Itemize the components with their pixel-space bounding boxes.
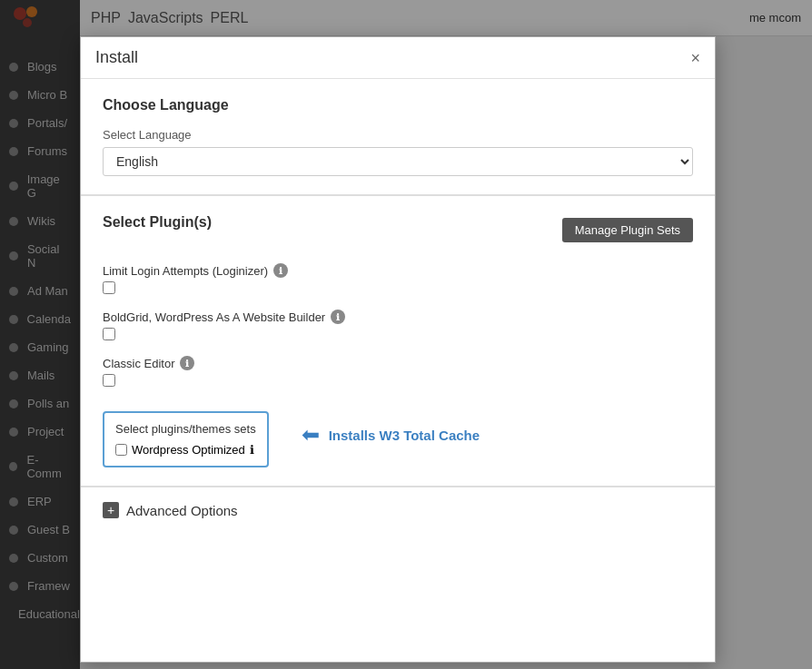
plugin-sets-hint: ⬅ Installs W3 Total Cache	[302, 422, 480, 448]
choose-language-section: Choose Language Select Language English …	[81, 79, 715, 196]
language-field-label: Select Language	[103, 128, 693, 142]
plugin-sets-title: Select plugins/themes sets	[115, 422, 256, 436]
advanced-options-label: Advanced Options	[126, 503, 238, 518]
plugin-classic-editor-checkbox-label[interactable]	[103, 374, 693, 389]
plugin-boldgrid-label-row: BoldGrid, WordPress As A Website Builder…	[103, 310, 693, 324]
wordpress-optimized-text: Wordpress Optimized	[132, 443, 245, 457]
wordpress-optimized-label[interactable]: Wordpress Optimized ℹ	[115, 443, 254, 457]
plugin-classic-editor-info-icon[interactable]: ℹ	[180, 356, 194, 370]
plugin-boldgrid-checkbox-label[interactable]	[103, 328, 693, 343]
language-select[interactable]: English Spanish French German Italian Po…	[103, 147, 693, 176]
advanced-options-plus-icon: +	[103, 502, 119, 518]
plugin-item-loginizer: Limit Login Attempts (Loginizer) ℹ	[103, 263, 693, 297]
plugin-loginizer-name: Limit Login Attempts (Loginizer)	[103, 264, 268, 278]
modal-title: Install	[95, 48, 138, 67]
wordpress-optimized-info-icon[interactable]: ℹ	[250, 443, 254, 457]
choose-language-title: Choose Language	[103, 97, 693, 113]
modal-header: Install ×	[81, 37, 715, 79]
plugin-item-boldgrid: BoldGrid, WordPress As A Website Builder…	[103, 310, 693, 343]
advanced-options-header[interactable]: + Advanced Options	[103, 502, 693, 518]
hint-arrow-icon: ⬅	[302, 422, 320, 448]
advanced-options-section: + Advanced Options	[81, 487, 715, 533]
plugin-loginizer-checkbox[interactable]	[103, 281, 115, 294]
plugin-loginizer-info-icon[interactable]: ℹ	[273, 263, 288, 278]
plugin-classic-editor-label-row: Classic Editor ℹ	[103, 356, 693, 370]
plugin-loginizer-checkbox-label[interactable]	[103, 281, 693, 297]
plugins-header: Select Plugin(s) Manage Plugin Sets	[103, 214, 693, 245]
modal-body: Choose Language Select Language English …	[81, 79, 715, 662]
wordpress-optimized-checkbox[interactable]	[115, 444, 127, 456]
plugin-boldgrid-checkbox[interactable]	[103, 328, 115, 340]
manage-plugin-sets-button[interactable]: Manage Plugin Sets	[562, 218, 693, 242]
plugin-item-classic-editor: Classic Editor ℹ	[103, 356, 693, 389]
select-plugins-section: Select Plugin(s) Manage Plugin Sets Limi…	[81, 196, 715, 487]
modal-close-button[interactable]: ×	[690, 50, 700, 66]
plugin-sets-options-row: Wordpress Optimized ℹ	[115, 443, 256, 457]
plugin-classic-editor-name: Classic Editor	[103, 357, 174, 370]
plugin-loginizer-label-row: Limit Login Attempts (Loginizer) ℹ	[103, 263, 693, 278]
plugin-boldgrid-info-icon[interactable]: ℹ	[331, 310, 345, 324]
install-modal: Install × Choose Language Select Languag…	[80, 36, 716, 663]
plugin-classic-editor-checkbox[interactable]	[103, 374, 115, 387]
hint-text: Installs W3 Total Cache	[329, 428, 480, 443]
plugin-sets-box: Select plugins/themes sets Wordpress Opt…	[103, 411, 269, 467]
plugin-sets-row-container: Select plugins/themes sets Wordpress Opt…	[103, 402, 693, 467]
plugin-boldgrid-name: BoldGrid, WordPress As A Website Builder	[103, 310, 325, 324]
select-plugins-title: Select Plugin(s)	[103, 214, 212, 231]
